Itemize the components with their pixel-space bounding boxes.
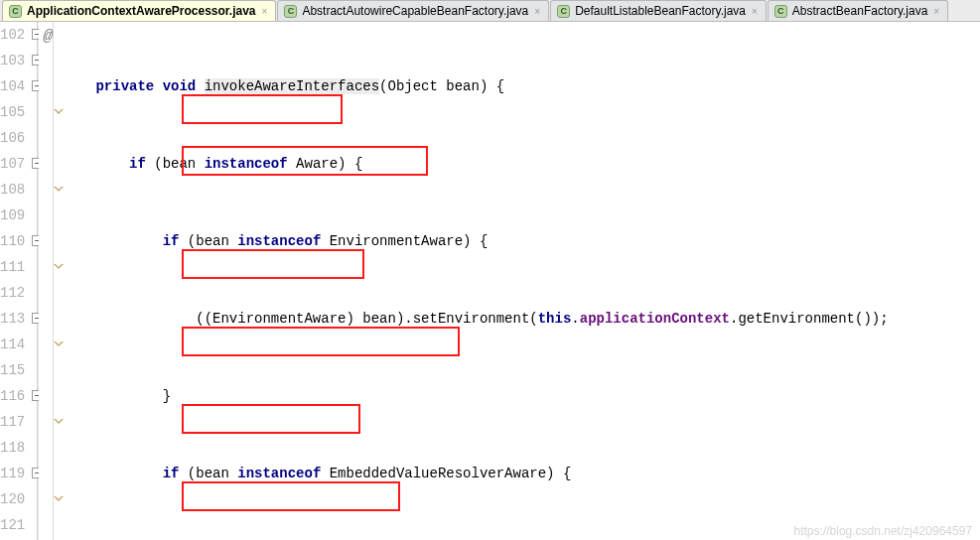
tab-2[interactable]: C DefaultListableBeanFactory.java × [550, 0, 767, 21]
code-line: if (bean instanceof Aware) { [63, 151, 980, 177]
tab-3[interactable]: C AbstractBeanFactory.java × [768, 0, 948, 21]
gutter-annotations: @ [39, 22, 54, 540]
tab-label: AbstractBeanFactory.java [792, 4, 928, 18]
close-icon[interactable]: × [752, 6, 758, 17]
tab-1[interactable]: C AbstractAutowireCapableBeanFactory.jav… [277, 0, 549, 21]
watermark: https://blog.csdn.net/zj420964597 [794, 524, 972, 538]
java-class-icon: C [9, 5, 22, 18]
java-class-icon: C [774, 5, 787, 18]
code-line: private void invokeAwareInterfaces(Objec… [63, 73, 980, 99]
tab-0[interactable]: C ApplicationContextAwareProcessor.java … [2, 0, 276, 21]
gutter-intention [54, 22, 61, 540]
code-line: if (bean instanceof EnvironmentAware) { [63, 228, 980, 254]
close-icon[interactable]: × [933, 6, 939, 17]
close-icon[interactable]: × [262, 6, 268, 17]
code-line: if (bean instanceof EmbeddedValueResolve… [63, 461, 980, 486]
tab-label: AbstractAutowireCapableBeanFactory.java [302, 4, 528, 18]
code-editor[interactable]: 102103104105106 107108109110111 11211311… [0, 22, 980, 540]
code-content[interactable]: private void invokeAwareInterfaces(Objec… [61, 22, 980, 540]
editor-tabbar: C ApplicationContextAwareProcessor.java … [0, 0, 980, 22]
java-class-icon: C [557, 5, 570, 18]
tab-label: DefaultListableBeanFactory.java [575, 4, 746, 18]
close-icon[interactable]: × [534, 6, 540, 17]
java-class-icon: C [284, 5, 297, 18]
override-annotation-icon: @ [43, 24, 53, 50]
tab-label: ApplicationContextAwareProcessor.java [27, 4, 256, 18]
code-line: } [63, 383, 980, 409]
gutter-fold[interactable] [31, 22, 39, 540]
gutter-line-numbers: 102103104105106 107108109110111 11211311… [0, 22, 31, 540]
code-line: ((EnvironmentAware) bean).setEnvironment… [63, 306, 980, 332]
